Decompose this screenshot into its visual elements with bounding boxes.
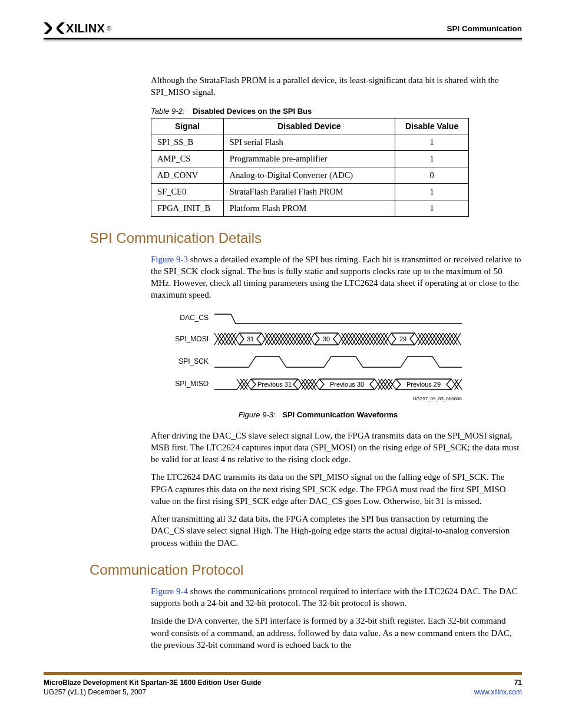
- section-heading-spi-details: SPI Communication Details: [90, 230, 522, 246]
- page-footer: MicroBlaze Development Kit Spartan-3E 16…: [44, 678, 522, 696]
- table-cell: 1: [395, 183, 469, 200]
- mosi-bit: 29: [399, 335, 406, 342]
- brand-text: XILINX: [66, 22, 105, 35]
- table-cell: 1: [395, 134, 469, 150]
- figure-link[interactable]: Figure 9-4: [151, 587, 188, 596]
- figure-caption-label: Figure 9-3:: [239, 410, 276, 419]
- header-rule-thick: [44, 38, 522, 39]
- table-caption: Table 9-2: Disabled Devices on the SPI B…: [151, 107, 522, 116]
- wave-label: SPI_MISO: [175, 380, 209, 388]
- intro-paragraph: Although the StrataFlash PROM is a paral…: [151, 74, 522, 98]
- figure-link[interactable]: Figure 9-3: [151, 255, 188, 264]
- spi-details-para2: After driving the DAC_CS slave select si…: [151, 430, 522, 466]
- footer-rule: [44, 672, 522, 675]
- section-title: SPI Communication: [447, 24, 522, 33]
- table-header: Signal: [151, 118, 224, 134]
- table-cell: Platform Flash PROM: [223, 200, 395, 216]
- table-header-row: Signal Disabled Device Disable Value: [151, 118, 469, 134]
- table-cell: Analog-to-Digital Converter (ADC): [223, 167, 395, 183]
- table-cell: AD_CONV: [151, 167, 224, 183]
- table-header: Disabled Device: [223, 118, 395, 134]
- table-cell: 1: [395, 200, 469, 216]
- page-number: 71: [514, 678, 522, 687]
- footer-version: UG257 (v1.1) December 5, 2007: [44, 688, 261, 696]
- table-cell: SPI serial Flash: [223, 134, 395, 150]
- para-text: shows a detailed example of the SPI bus …: [151, 255, 521, 300]
- disabled-devices-table: Signal Disabled Device Disable Value SPI…: [151, 118, 469, 217]
- protocol-para2: Inside the D/A converter, the SPI interf…: [151, 615, 522, 651]
- spi-details-para1: Figure 9-3 shows a detailed example of t…: [151, 253, 522, 301]
- xilinx-logo-icon: [44, 21, 65, 35]
- table-cell: Programmable pre-amplifier: [223, 150, 395, 167]
- table-row: AMP_CS Programmable pre-amplifier 1: [151, 150, 469, 167]
- figure-caption: Figure 9-3: SPI Communication Waveforms: [114, 410, 522, 419]
- para-text: shows the communications protocol requir…: [151, 587, 518, 608]
- spi-details-para3: The LTC2624 DAC transmits its data on th…: [151, 471, 522, 507]
- wave-label: SPI_MOSI: [175, 335, 209, 343]
- table-cell: SF_CE0: [151, 183, 224, 200]
- figure-tagline: UG257_09_03_060606: [413, 396, 462, 401]
- miso-bit: Previous 31: [257, 381, 292, 388]
- mosi-bit: 30: [323, 335, 330, 342]
- table-cell: 1: [395, 150, 469, 167]
- miso-bit: Previous 30: [330, 381, 364, 388]
- header-rule-thin: [44, 41, 522, 41]
- figure-caption-title: SPI Communication Waveforms: [282, 410, 398, 419]
- footer-url[interactable]: www.xilinx.com: [474, 688, 522, 696]
- table-cell: SPI_SS_B: [151, 134, 224, 150]
- table-cell: 0: [395, 167, 469, 183]
- table-cell: StrataFlash Parallel Flash PROM: [223, 183, 395, 200]
- table-caption-title: Disabled Devices on the SPI Bus: [193, 107, 312, 116]
- waveform-svg: DAC_CS SPI_MOSI SPI_SCK SPI_MISO: [161, 312, 462, 403]
- footer-title: MicroBlaze Development Kit Spartan-3E 16…: [44, 678, 261, 687]
- protocol-para1: Figure 9-4 shows the communications prot…: [151, 585, 522, 610]
- table-row: SPI_SS_B SPI serial Flash 1: [151, 134, 469, 150]
- miso-bit: Previous 29: [406, 381, 441, 388]
- table-row: FPGA_INIT_B Platform Flash PROM 1: [151, 200, 469, 216]
- table-cell: FPGA_INIT_B: [151, 200, 224, 216]
- page-header: XILINX ® SPI Communication: [44, 21, 522, 35]
- table-header: Disable Value: [395, 118, 469, 134]
- wave-label: SPI_SCK: [178, 357, 209, 365]
- xilinx-logo: XILINX ®: [44, 21, 111, 35]
- spi-details-para4: After transmitting all 32 data bits, the…: [151, 513, 522, 549]
- registered-mark: ®: [107, 25, 111, 32]
- section-heading-protocol: Communication Protocol: [90, 562, 522, 578]
- table-row: SF_CE0 StrataFlash Parallel Flash PROM 1: [151, 183, 469, 200]
- table-row: AD_CONV Analog-to-Digital Converter (ADC…: [151, 167, 469, 183]
- table-caption-label: Table 9-2:: [151, 107, 184, 116]
- figure-waveforms: DAC_CS SPI_MOSI SPI_SCK SPI_MISO: [161, 312, 522, 403]
- table-cell: AMP_CS: [151, 150, 224, 167]
- wave-label: DAC_CS: [180, 314, 209, 322]
- mosi-bit: 31: [247, 335, 254, 342]
